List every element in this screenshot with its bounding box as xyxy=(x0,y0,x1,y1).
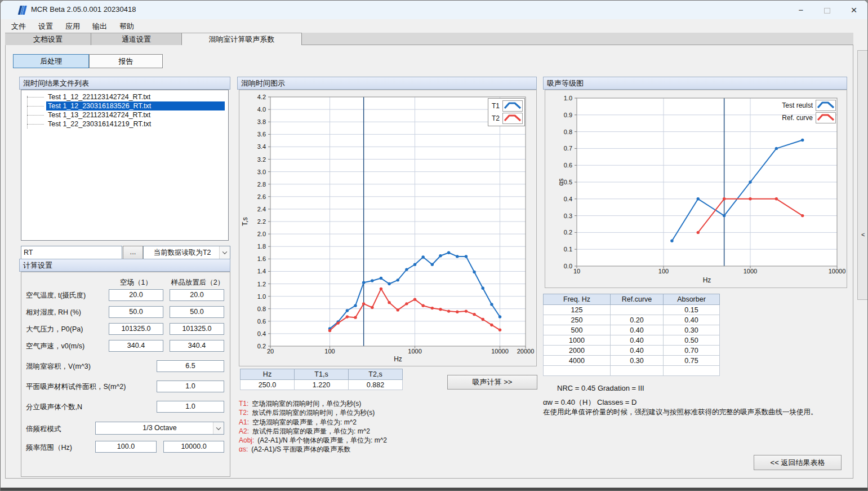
svg-text:2.6: 2.6 xyxy=(257,193,266,200)
legend-entry-test-result: Test reulst xyxy=(768,99,836,112)
field-label-sample-area: 平面吸声材料试件面积，S(m^2) xyxy=(26,382,126,392)
table-row: 250 0.20 0.40 xyxy=(544,315,720,325)
dropdown-button[interactable] xyxy=(213,422,224,434)
pressure-field-1[interactable]: 101325.0 xyxy=(109,323,163,335)
minimize-button[interactable]: − xyxy=(788,1,814,19)
temperature-field-2[interactable]: 20.0 xyxy=(170,289,224,301)
humidity-field-2[interactable]: 50.0 xyxy=(170,306,224,318)
dropdown-button[interactable] xyxy=(219,246,230,259)
menu-output[interactable]: 输出 xyxy=(86,19,113,33)
absorption-table: Freq. Hz Ref.curve Absorber 125 0.15 250… xyxy=(543,294,720,376)
table-row-empty xyxy=(544,366,720,376)
table-row: 1000 0.40 0.50 xyxy=(544,335,720,346)
menu-settings[interactable]: 设置 xyxy=(32,19,59,33)
list-item-file[interactable]: Test 1_13_221123142724_RT.txt xyxy=(21,110,228,120)
field-label-temperature: 空气温度, t(摄氏度) xyxy=(26,291,86,300)
readout-col-hz: Hz xyxy=(241,369,295,380)
svg-text:2.8: 2.8 xyxy=(257,181,266,188)
pressure-field-2[interactable]: 101325.0 xyxy=(170,323,224,335)
readout-col-t2: T2,s xyxy=(349,369,403,380)
svg-text:0.4: 0.4 xyxy=(257,330,266,337)
octave-mode-select[interactable]: 1/3 Octave xyxy=(95,422,224,435)
humidity-field-1[interactable]: 50.0 xyxy=(109,306,163,318)
field-label-octave-mode: 倍频程模式 xyxy=(26,424,61,434)
room-volume-field[interactable]: 6.5 xyxy=(157,360,224,372)
freq-min-field[interactable]: 100.0 xyxy=(95,441,157,453)
readout-t1-value: 1.220 xyxy=(295,380,349,390)
svg-text:1.6: 1.6 xyxy=(257,255,266,262)
maximize-button[interactable] xyxy=(814,1,840,19)
rt-chart-header: 混响时间图示 xyxy=(237,77,537,90)
t1-curve-icon xyxy=(502,100,523,112)
taskbar-edge xyxy=(1,488,868,491)
rt-name-input[interactable]: RT xyxy=(21,246,122,259)
subtab-report[interactable]: 报告 xyxy=(89,54,163,68)
note-t1: T1:空场混响室的混响时间，单位为秒(s) xyxy=(239,399,387,408)
svg-text:0.0: 0.0 xyxy=(564,263,572,269)
svg-text:3.2: 3.2 xyxy=(257,156,266,163)
freq-max-field[interactable]: 10000.0 xyxy=(163,441,224,453)
svg-text:3.0: 3.0 xyxy=(257,169,266,175)
list-item-file[interactable]: Test 1_12_221123142724_RT.txt xyxy=(21,92,228,101)
tree-stub-icon xyxy=(27,97,44,98)
svg-text:1.4: 1.4 xyxy=(257,268,266,275)
test-result-curve-icon xyxy=(816,100,836,111)
list-item-file-selected[interactable]: Test 1_12_230316183526_RT.txt xyxy=(21,101,228,110)
rt-chart-panel: 0.20.40.60.81.01.21.41.61.82.02.22.42.62… xyxy=(239,90,537,366)
svg-text:20000: 20000 xyxy=(517,348,535,355)
svg-text:20: 20 xyxy=(267,348,274,355)
legend-entry-ref-curve: Ref. curve xyxy=(768,112,836,124)
calc-settings-header: 计算设置 xyxy=(19,259,230,272)
sample-area-field[interactable]: 1.0 xyxy=(157,381,224,392)
note-a1: A1:空场混响室的吸声量，单位为: m^2 xyxy=(239,418,387,427)
field-label-room-volume: 混响室容积，V(m^3) xyxy=(26,362,91,371)
menu-file[interactable]: 文件 xyxy=(5,19,32,33)
abs-col-absorber: Absorber xyxy=(664,294,720,305)
rt-result-file-list: Test 1_12_221123142724_RT.txt Test 1_12_… xyxy=(21,90,229,241)
window-title: MCR Beta 2.05.0.001 20230418 xyxy=(31,5,136,14)
menu-help[interactable]: 帮助 xyxy=(113,19,140,33)
field-label-sound-speed: 空气声速，v0(m/s) xyxy=(26,342,84,351)
back-to-results-button[interactable]: << 返回结果表格 xyxy=(754,455,842,470)
svg-text:100: 100 xyxy=(658,268,669,275)
svg-text:1000: 1000 xyxy=(744,268,757,275)
alpha-w-result-text: αw = 0.40（H） Classes = D xyxy=(543,397,636,408)
svg-text:1.8: 1.8 xyxy=(257,243,266,250)
subtab-postprocess[interactable]: 后处理 xyxy=(13,54,89,68)
main-tab-bar: 文档设置 通道设置 混响室计算吸声系数 xyxy=(5,33,853,45)
column-header-empty-room: 空场（1） xyxy=(109,278,163,287)
svg-text:0.2: 0.2 xyxy=(564,229,572,236)
data-read-mode-select[interactable]: 当前数据读取为T2 xyxy=(143,246,230,259)
tab-bar-filler xyxy=(302,33,853,45)
collapse-left-icon: < xyxy=(861,231,865,238)
list-item-file[interactable]: Test 1_22_230316141219_RT.txt xyxy=(21,120,228,129)
temperature-field-1[interactable]: 20.0 xyxy=(109,289,163,301)
field-label-absorber-count: 分立吸声体个数,N xyxy=(26,402,82,412)
svg-text:2.0: 2.0 xyxy=(257,231,266,237)
absorption-calc-button[interactable]: 吸声计算 >> xyxy=(447,375,537,390)
table-row: 2000 0.40 0.70 xyxy=(544,346,720,356)
close-button[interactable]: × xyxy=(841,1,867,19)
absorber-count-field[interactable]: 1.0 xyxy=(157,401,224,413)
cursor-readout-table: Hz T1,s T2,s 250.0 1.220 0.882 xyxy=(240,369,403,390)
rt-chart[interactable]: 0.20.40.60.81.01.21.41.61.82.02.22.42.62… xyxy=(239,90,536,366)
menu-apply[interactable]: 应用 xyxy=(59,19,86,33)
app-window: MCR Beta 2.05.0.001 20230418 − × 文件 设置 应… xyxy=(0,0,868,491)
browse-button[interactable]: ... xyxy=(123,246,143,259)
nrc-result-text: NRC = 0.45 Gradation = III xyxy=(557,384,644,392)
column-header-with-sample: 样品放置后（2） xyxy=(167,278,229,287)
t2-curve-icon xyxy=(502,113,523,124)
field-label-pressure: 大气压力，P0(Pa) xyxy=(26,325,83,334)
svg-text:Hz: Hz xyxy=(703,276,711,284)
svg-text:1.0: 1.0 xyxy=(564,95,572,101)
svg-text:3.8: 3.8 xyxy=(257,118,266,125)
tab-document-settings[interactable]: 文档设置 xyxy=(5,33,91,45)
table-row: 4000 0.30 0.75 xyxy=(544,356,720,366)
readout-freq-value: 250.0 xyxy=(241,380,295,390)
tree-stub-icon xyxy=(27,115,44,116)
sound-speed-field-2[interactable]: 340.4 xyxy=(170,340,224,352)
sound-speed-field-1[interactable]: 340.4 xyxy=(109,340,163,352)
panel-splitter[interactable]: < xyxy=(857,50,868,300)
tab-reverb-absorption[interactable]: 混响室计算吸声系数 xyxy=(182,33,302,46)
tab-channel-settings[interactable]: 通道设置 xyxy=(91,33,182,45)
